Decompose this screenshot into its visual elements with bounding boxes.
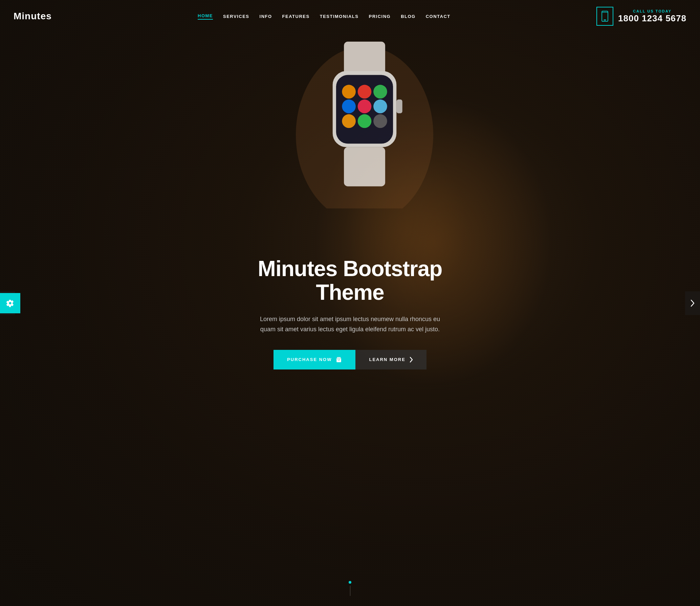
nav-features[interactable]: FEATURES xyxy=(282,14,310,19)
nav-testimonials[interactable]: TESTIMONIALS xyxy=(320,14,359,19)
purchase-now-label: PURCHASE NOW xyxy=(287,357,332,362)
nav-pricing[interactable]: PRICING xyxy=(369,14,391,19)
svg-point-10 xyxy=(342,114,356,128)
hero-subtitle: Lorem ipsum dolor sit amet ipsum lectus … xyxy=(255,314,445,335)
nav-contact[interactable]: CONTACT xyxy=(426,14,451,19)
svg-point-12 xyxy=(373,114,387,128)
arrow-right-icon xyxy=(410,357,413,363)
header: Minutes HOME SERVICES INFO FEATURES TEST… xyxy=(0,0,700,32)
hero-title: Minutes Bootstrap Theme xyxy=(237,257,463,305)
svg-point-4 xyxy=(342,85,356,98)
call-us-label: CALL US TODAY xyxy=(618,9,686,13)
hero-buttons: PURCHASE NOW LEARN MORE xyxy=(237,350,463,369)
settings-button[interactable] xyxy=(0,293,20,313)
nav-services[interactable]: SERVICES xyxy=(223,14,249,19)
svg-point-11 xyxy=(358,114,372,128)
gear-icon xyxy=(6,299,14,307)
svg-point-8 xyxy=(358,99,372,113)
learn-more-button[interactable]: LEARN MORE xyxy=(355,350,426,369)
navigation: HOME SERVICES INFO FEATURES TESTIMONIALS… xyxy=(198,13,451,20)
scroll-indicator xyxy=(349,581,351,596)
svg-rect-13 xyxy=(344,147,385,186)
hero-section: Minutes HOME SERVICES INFO FEATURES TEST… xyxy=(0,0,700,606)
cart-icon xyxy=(336,357,342,363)
nav-home[interactable]: HOME xyxy=(198,13,213,20)
chevron-right-icon xyxy=(691,299,695,307)
watch-illustration xyxy=(280,12,449,208)
phone-icon-container xyxy=(596,7,613,26)
svg-point-7 xyxy=(342,99,356,113)
learn-more-label: LEARN MORE xyxy=(369,357,405,362)
purchase-now-button[interactable]: PURCHASE NOW xyxy=(274,350,355,369)
scroll-dot xyxy=(349,581,351,584)
phone-number: 1800 1234 5678 xyxy=(618,13,686,24)
nav-blog[interactable]: BLOG xyxy=(401,14,416,19)
nav-info[interactable]: INFO xyxy=(260,14,272,19)
scroll-line xyxy=(350,586,350,596)
logo[interactable]: Minutes xyxy=(14,11,52,22)
svg-rect-16 xyxy=(604,20,606,21)
phone-icon xyxy=(601,11,609,22)
settings-panel xyxy=(0,293,20,313)
svg-point-6 xyxy=(373,85,387,98)
svg-point-5 xyxy=(358,85,372,98)
hero-content: Minutes Bootstrap Theme Lorem ipsum dolo… xyxy=(223,257,477,369)
contact-info: CALL US TODAY 1800 1234 5678 xyxy=(596,7,686,26)
svg-point-9 xyxy=(373,99,387,113)
carousel-next-button[interactable] xyxy=(685,291,700,315)
svg-rect-14 xyxy=(396,99,402,113)
contact-text: CALL US TODAY 1800 1234 5678 xyxy=(618,9,686,24)
